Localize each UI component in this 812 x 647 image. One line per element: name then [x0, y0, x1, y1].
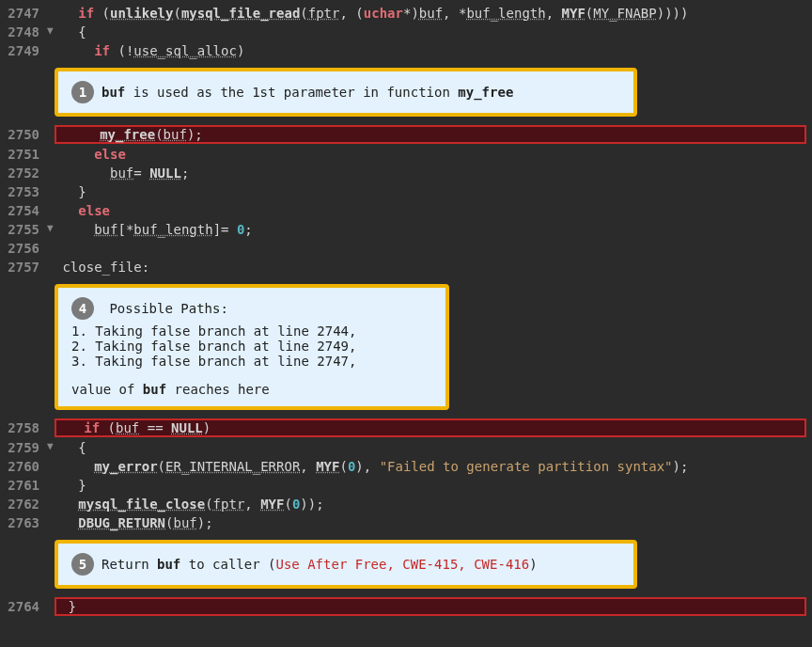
code-content: else — [55, 203, 812, 218]
line-number: 2748 — [0, 24, 45, 39]
code-content: if (unlikely(mysql_file_read(fptr, (ucha… — [55, 6, 812, 21]
code-line-highlighted: 2764 } — [0, 596, 812, 617]
code-line: 2747 if (unlikely(mysql_file_read(fptr, … — [0, 4, 812, 23]
code-content: else — [55, 147, 812, 162]
line-number: 2760 — [0, 459, 45, 474]
code-line-highlighted: 2758 if (buf == NULL) — [0, 418, 812, 438]
line-number: 2752 — [0, 166, 45, 181]
line-number: 2749 — [0, 43, 45, 58]
line-number: 2754 — [0, 203, 45, 218]
code-content: buf[*buf_length]= 0; — [55, 222, 812, 237]
callout-number: 5 — [71, 553, 94, 576]
code-line: 2754 else — [0, 201, 812, 220]
code-content: { — [55, 24, 812, 39]
line-number: 2753 — [0, 184, 45, 199]
callout-number: 1 — [71, 81, 94, 103]
code-content: { — [55, 440, 812, 455]
code-line-highlighted: 2750 my_free(buf); — [0, 124, 812, 145]
code-line: 2761 } — [0, 476, 812, 495]
line-number: 2757 — [0, 260, 45, 275]
fold-icon[interactable]: ▼ — [47, 222, 55, 237]
line-number: 2761 — [0, 478, 45, 493]
code-content: if (!use_sql_alloc) — [55, 43, 812, 58]
code-content — [55, 241, 812, 256]
line-number: 2758 — [0, 420, 45, 435]
code-line: 2759▼ { — [0, 438, 812, 457]
code-content: buf= NULL; — [55, 166, 812, 181]
line-number: 2747 — [0, 6, 45, 21]
code-line: 2757 close_file: — [0, 258, 812, 276]
line-number: 2763 — [0, 515, 45, 530]
annotation-callout-4: 4 Possible Paths: 1. Taking false branch… — [55, 284, 449, 410]
code-line: 2748▼ { — [0, 23, 812, 41]
code-line: 2753 } — [0, 182, 812, 201]
code-line: 2762 mysql_file_close(fptr, MYF(0)); — [0, 495, 812, 513]
code-line: 2752 buf= NULL; — [0, 164, 812, 182]
code-line: 2755▼ buf[*buf_length]= 0; — [0, 220, 812, 239]
annotation-callout-5: 5Return buf to caller (Use After Free, C… — [55, 540, 637, 589]
code-line: 2760 my_error(ER_INTERNAL_ERROR, MYF(0),… — [0, 457, 812, 476]
line-number: 2764 — [0, 599, 45, 614]
line-number: 2756 — [0, 241, 45, 256]
line-number: 2751 — [0, 147, 45, 162]
code-line: 2756 — [0, 239, 812, 258]
annotation-callout-1: 1buf is used as the 1st parameter in fun… — [55, 68, 637, 117]
code-line: 2749 if (!use_sql_alloc) — [0, 41, 812, 60]
code-content: } — [55, 478, 812, 493]
code-content: mysql_file_close(fptr, MYF(0)); — [55, 497, 812, 512]
code-content: } — [55, 184, 812, 199]
code-content: my_free(buf); — [60, 127, 801, 142]
line-number: 2750 — [0, 127, 45, 142]
callout-number: 4 — [71, 297, 94, 320]
code-content: if (buf == NULL) — [60, 420, 801, 435]
code-line: 2751 else — [0, 145, 812, 164]
code-content: } — [60, 599, 801, 614]
code-content: DBUG_RETURN(buf); — [55, 515, 812, 530]
line-number: 2762 — [0, 497, 45, 512]
code-content: my_error(ER_INTERNAL_ERROR, MYF(0), "Fai… — [55, 459, 812, 474]
code-line: 2763 DBUG_RETURN(buf); — [0, 513, 812, 532]
line-number: 2755 — [0, 222, 45, 237]
fold-icon[interactable]: ▼ — [47, 440, 55, 455]
code-content: close_file: — [55, 260, 812, 275]
line-number: 2759 — [0, 440, 45, 455]
fold-icon[interactable]: ▼ — [47, 24, 55, 39]
